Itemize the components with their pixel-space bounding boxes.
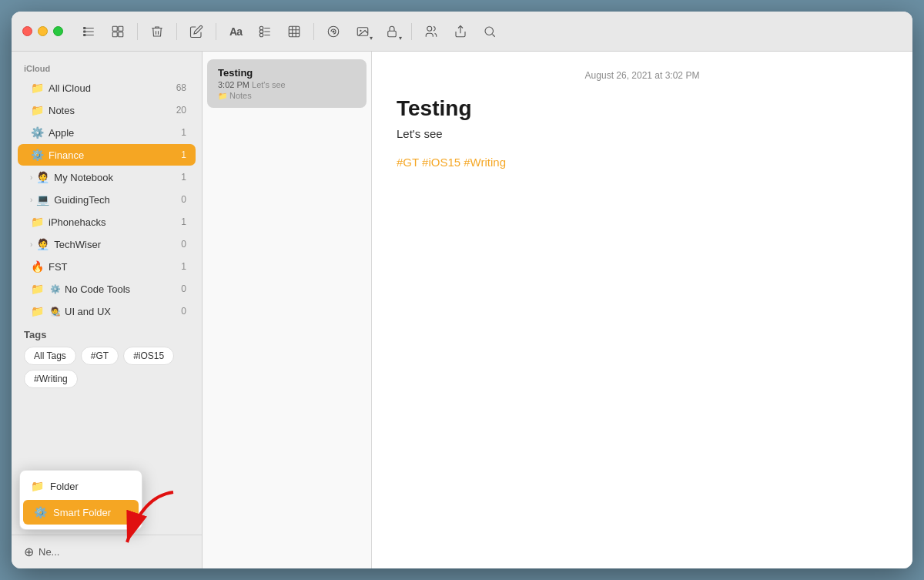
- sidebar-item-fst[interactable]: 🔥 FST 1: [18, 256, 196, 277]
- folder-icon: 📁: [30, 305, 44, 317]
- svg-rect-16: [289, 26, 300, 37]
- minimize-button[interactable]: [38, 26, 48, 36]
- popup-folder-item[interactable]: 📁 Folder: [20, 474, 142, 498]
- popup-smart-folder-label: Smart Folder: [53, 507, 111, 518]
- close-button[interactable]: [22, 26, 32, 36]
- note-item-folder-name: Notes: [229, 91, 252, 100]
- note-title[interactable]: Testing: [397, 96, 888, 121]
- sidebar-item-guidingtech[interactable]: › 💻 GuidingTech 0: [18, 189, 196, 210]
- new-button-label: Ne...: [38, 546, 59, 558]
- popup-menu: 📁 Folder ⚙️ Smart Folder: [19, 470, 142, 530]
- traffic-lights: [22, 26, 63, 36]
- svg-point-28: [485, 27, 494, 35]
- notebook-icon: 🧑‍💼: [35, 171, 49, 183]
- folder-icon: 📁: [30, 82, 44, 94]
- sidebar-item-label: TechWiser: [54, 239, 178, 250]
- note-editor: August 26, 2021 at 3:02 PM Testing Let's…: [372, 52, 912, 568]
- note-body[interactable]: Let's see: [397, 127, 888, 140]
- sidebar-bottom: ⊕ Ne... 📁 Folder ⚙️ Smart Folder: [12, 535, 202, 568]
- sidebar-item-notes[interactable]: 📁 Notes 20: [18, 99, 196, 121]
- popup-folder-label: Folder: [50, 481, 79, 492]
- main-content: iCloud 📁 All iCloud 68 📁 Notes 20 ⚙️ App…: [12, 52, 912, 568]
- maximize-button[interactable]: [53, 26, 63, 36]
- sidebar-item-label: My Notebook: [54, 172, 178, 183]
- sidebar-item-finance[interactable]: ⚙️ Finance 1: [18, 144, 196, 166]
- sidebar-item-count: 1: [181, 216, 186, 227]
- tag-all-tags[interactable]: All Tags: [24, 347, 76, 365]
- table-button[interactable]: [281, 18, 307, 45]
- sidebar-item-my-notebook[interactable]: › 🧑‍💼 My Notebook 1: [18, 166, 196, 188]
- gear-icon: ⚙️: [49, 284, 62, 294]
- folder-icon: 📁: [30, 216, 44, 228]
- folder-icon: 📁: [30, 104, 44, 116]
- popup-smart-folder-item[interactable]: ⚙️ Smart Folder: [23, 500, 139, 525]
- lock-button[interactable]: ▾: [379, 18, 405, 45]
- sidebar-item-count: 1: [181, 127, 186, 138]
- toolbar-separator-3: [216, 23, 216, 40]
- note-tags[interactable]: #GT #iOS15 #Writing: [397, 156, 888, 169]
- note-item-folder: 📁 Notes: [218, 91, 356, 100]
- chevron-right-icon: ›: [30, 173, 32, 182]
- sidebar-item-label: Finance: [49, 149, 178, 161]
- sidebar-item-label: Notes: [49, 105, 173, 116]
- sidebar-item-count: 0: [181, 239, 186, 250]
- fire-icon: 🔥: [30, 260, 44, 273]
- sidebar-item-all-icloud[interactable]: 📁 All iCloud 68: [18, 77, 196, 99]
- collaborate-button[interactable]: [418, 18, 444, 45]
- folder-icon-small: 📁: [218, 92, 227, 100]
- note-item-preview: Let's see: [252, 80, 286, 89]
- sidebar-item-iphonehacks[interactable]: 📁 iPhonehacks 1: [18, 211, 196, 233]
- smart-annotation-button[interactable]: [320, 18, 346, 45]
- titlebar: Aa ▾ ▾: [12, 12, 912, 52]
- svg-point-12: [259, 33, 263, 37]
- note-item-meta: 3:02 PM Let's see: [218, 80, 356, 89]
- app-window: Aa ▾ ▾: [12, 12, 912, 568]
- sidebar-item-label: Apple: [49, 127, 178, 139]
- checklist-button[interactable]: [252, 18, 278, 45]
- sidebar-item-no-code-tools[interactable]: 📁 ⚙️ No Code Tools 0: [18, 278, 196, 300]
- sidebar-item-count: 1: [181, 149, 186, 160]
- list-view-button[interactable]: [75, 18, 102, 45]
- sidebar-item-count: 0: [181, 194, 186, 205]
- photos-button[interactable]: ▾: [350, 18, 376, 45]
- gear-icon: ⚙️: [34, 506, 47, 518]
- svg-rect-7: [119, 26, 123, 31]
- tag-gt[interactable]: #GT: [81, 347, 119, 365]
- delete-button[interactable]: [144, 18, 170, 45]
- artist-icon: 🧑‍🎨: [49, 307, 62, 317]
- sidebar-item-count: 20: [176, 105, 186, 116]
- note-item-time: 3:02 PM: [218, 80, 249, 89]
- tag-ios15[interactable]: #iOS15: [123, 347, 174, 365]
- new-note-button[interactable]: [183, 18, 209, 45]
- sidebar-item-techwiser[interactable]: › 🧑‍💼 TechWiser 0: [18, 233, 196, 255]
- sidebar-item-count: 0: [181, 283, 186, 294]
- sidebar-item-label: GuidingTech: [54, 194, 178, 206]
- tags-section: Tags All Tags #GT #iOS15 #Writing: [12, 323, 202, 394]
- tag-writing[interactable]: #Writing: [24, 370, 78, 388]
- sidebar-item-count: 1: [181, 172, 186, 183]
- sidebar-item-count: 0: [181, 306, 186, 317]
- note-list: Testing 3:02 PM Let's see 📁 Notes: [203, 52, 372, 568]
- format-button[interactable]: Aa: [223, 18, 249, 45]
- new-button[interactable]: ⊕ Ne...: [21, 541, 192, 562]
- svg-rect-5: [83, 34, 85, 36]
- svg-point-11: [259, 29, 263, 33]
- plus-icon: ⊕: [24, 545, 34, 559]
- grid-view-button[interactable]: [105, 18, 131, 45]
- sidebar-item-ui-and-ux[interactable]: 📁 🧑‍🎨 UI and UX 0: [18, 300, 196, 322]
- tags-grid: All Tags #GT #iOS15 #Writing: [24, 347, 189, 388]
- svg-rect-4: [83, 30, 85, 32]
- sidebar-item-label: All iCloud: [49, 82, 173, 94]
- note-date: August 26, 2021 at 3:02 PM: [397, 70, 888, 81]
- export-button[interactable]: [447, 18, 474, 45]
- note-list-item[interactable]: Testing 3:02 PM Let's see 📁 Notes: [207, 59, 367, 108]
- toolbar-separator-5: [411, 23, 412, 40]
- toolbar-separator-2: [176, 23, 177, 40]
- search-button[interactable]: [477, 18, 503, 45]
- folder-icon: 📁: [31, 480, 44, 492]
- sidebar-item-label: FST: [49, 261, 178, 273]
- svg-rect-3: [83, 27, 85, 29]
- sidebar-item-apple[interactable]: ⚙️ Apple 1: [18, 122, 196, 143]
- sidebar-item-label: No Code Tools: [65, 283, 178, 295]
- sidebar-item-count: 68: [176, 82, 186, 93]
